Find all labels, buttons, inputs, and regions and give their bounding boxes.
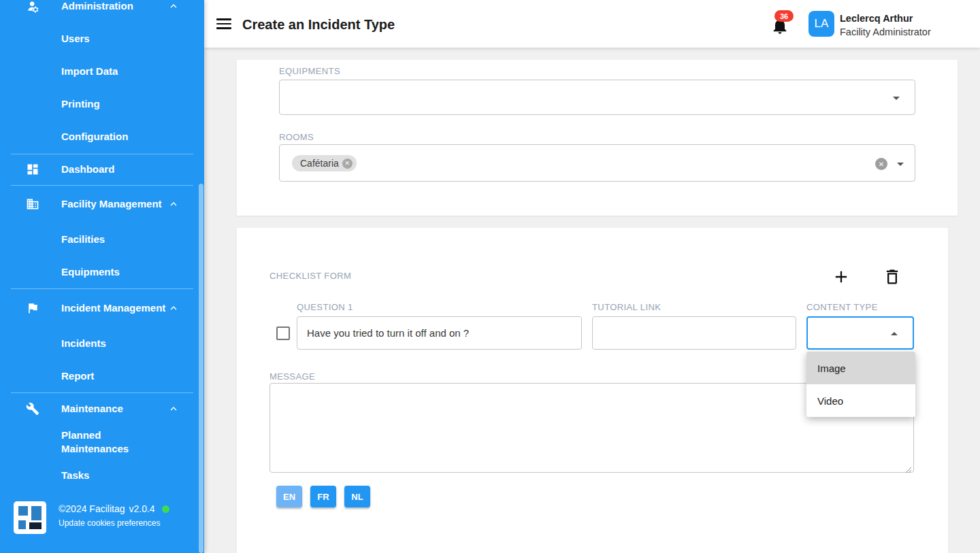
- sidebar-item-label: Users: [61, 32, 169, 46]
- question-label: QUESTION 1: [297, 302, 353, 312]
- sidebar-item-label: Incidents: [61, 337, 169, 350]
- sidebar-item-facilities[interactable]: Facilities: [0, 226, 204, 253]
- page-title: Create an Incident Type: [242, 17, 395, 33]
- user-role: Facility Administrator: [840, 27, 931, 37]
- room-chip-label: Cafétaria: [300, 158, 339, 169]
- sidebar-item-import-data[interactable]: Import Data: [0, 58, 204, 85]
- sidebar-scrollbar-thumb[interactable]: [199, 184, 203, 553]
- language-fr-button[interactable]: FR: [310, 486, 336, 507]
- delete-question-button[interactable]: [883, 267, 902, 286]
- sidebar-item-equipments[interactable]: Equipments: [0, 258, 204, 286]
- sidebar-divider: [11, 392, 193, 393]
- sidebar-item-label: Dashboard: [61, 163, 169, 176]
- sidebar-item-label: Incident Management: [61, 301, 169, 315]
- hamburger-menu-icon[interactable]: [216, 18, 231, 29]
- dashboard-icon: [26, 163, 39, 176]
- sidebar-item-label: Report: [61, 369, 169, 383]
- notifications-bell-icon[interactable]: 36: [769, 10, 800, 40]
- sidebar-item-facility-management[interactable]: Facility Management: [0, 184, 204, 224]
- equipments-label: EQUIPMENTS: [279, 66, 340, 76]
- sidebar-item-label: Facility Management: [61, 197, 169, 211]
- flag-icon: [26, 301, 39, 315]
- tutorial-link-label: TUTORIAL LINK: [592, 302, 661, 312]
- user-name: Leclercq Arthur: [840, 13, 913, 24]
- rooms-multiselect[interactable]: Cafétaria ✕ ✕: [279, 144, 915, 182]
- sidebar-item-label: Facilities: [61, 233, 169, 246]
- chevron-down-icon[interactable]: [893, 97, 900, 100]
- sidebar-item-label: Printing: [61, 97, 169, 111]
- rooms-label: ROOMS: [279, 132, 314, 142]
- wrench-icon: [26, 402, 39, 416]
- room-chip: Cafétaria ✕: [292, 155, 357, 171]
- content-type-label: CONTENT TYPE: [806, 302, 878, 312]
- dropdown-option-image[interactable]: Image: [806, 352, 915, 384]
- question-input[interactable]: [297, 316, 582, 350]
- equipments-select[interactable]: [279, 80, 915, 115]
- chevron-up-icon: [167, 198, 180, 210]
- sidebar-item-label: Configuration: [61, 130, 169, 144]
- admin-icon: [26, 0, 39, 13]
- sidebar: Administration Users Import Data Printin…: [0, 0, 204, 553]
- copyright-text: ©2024 Facilitag: [59, 503, 125, 514]
- sidebar-item-configuration[interactable]: Configuration: [0, 123, 204, 150]
- avatar[interactable]: LA: [808, 11, 834, 37]
- sidebar-item-administration[interactable]: Administration: [0, 0, 204, 20]
- content-type-select[interactable]: [806, 316, 914, 350]
- language-en-button[interactable]: EN: [276, 486, 302, 507]
- sidebar-item-maintenance[interactable]: Maintenance: [0, 395, 204, 422]
- sidebar-item-incident-management[interactable]: Incident Management: [0, 288, 204, 329]
- message-label: MESSAGE: [270, 371, 315, 382]
- sidebar-item-label: Import Data: [61, 65, 169, 78]
- sidebar-item-label: Planned Maintenances: [61, 429, 169, 456]
- content-type-dropdown-menu: Image Video: [806, 352, 915, 417]
- chevron-down-icon[interactable]: [897, 163, 904, 166]
- sidebar-item-label: Administration: [61, 0, 169, 13]
- chevron-up-icon: [167, 403, 180, 415]
- building-icon: [26, 197, 39, 211]
- tutorial-link-input[interactable]: [592, 316, 796, 350]
- status-dot: [162, 505, 169, 513]
- facilitag-logo: [14, 501, 46, 534]
- resize-handle[interactable]: [905, 464, 912, 471]
- add-question-button[interactable]: [832, 267, 851, 286]
- sidebar-item-label: Tasks: [61, 469, 169, 482]
- sidebar-item-label: Equipments: [61, 265, 169, 279]
- sidebar-item-report[interactable]: Report: [0, 363, 204, 390]
- incident-type-details-card: EQUIPMENTS ROOMS Cafétaria ✕ ✕: [237, 60, 958, 216]
- sidebar-item-users[interactable]: Users: [0, 25, 204, 52]
- clear-all-icon[interactable]: ✕: [875, 158, 887, 170]
- language-nl-button[interactable]: NL: [344, 486, 370, 507]
- cookies-preferences-link[interactable]: Update cookies preferences: [59, 518, 169, 528]
- chevron-up-icon: [167, 302, 180, 314]
- chevron-up-icon: [891, 332, 898, 335]
- checklist-form-label: CHECKLIST FORM: [270, 271, 351, 281]
- sidebar-item-label: Maintenance: [61, 402, 169, 416]
- sidebar-footer: ©2024 Facilitag v2.0.4 Update cookies pr…: [59, 503, 169, 528]
- top-header: Create an Incident Type 36 LA Leclercq A…: [204, 0, 980, 48]
- dropdown-option-video[interactable]: Video: [806, 384, 915, 417]
- version-text: v2.0.4: [129, 503, 154, 514]
- notifications-badge: 36: [774, 10, 794, 22]
- sidebar-item-tasks[interactable]: Tasks: [0, 462, 204, 489]
- chevron-up-icon: [167, 0, 180, 12]
- sidebar-item-incidents[interactable]: Incidents: [0, 330, 204, 357]
- app-window: Administration Users Import Data Printin…: [0, 0, 980, 553]
- sidebar-item-dashboard[interactable]: Dashboard: [0, 156, 204, 183]
- sidebar-item-printing[interactable]: Printing: [0, 90, 204, 118]
- question-checkbox[interactable]: [276, 326, 290, 340]
- sidebar-item-planned-maintenances[interactable]: Planned Maintenances: [0, 422, 204, 463]
- chip-remove-icon[interactable]: ✕: [342, 158, 353, 169]
- sidebar-divider: [11, 154, 193, 154]
